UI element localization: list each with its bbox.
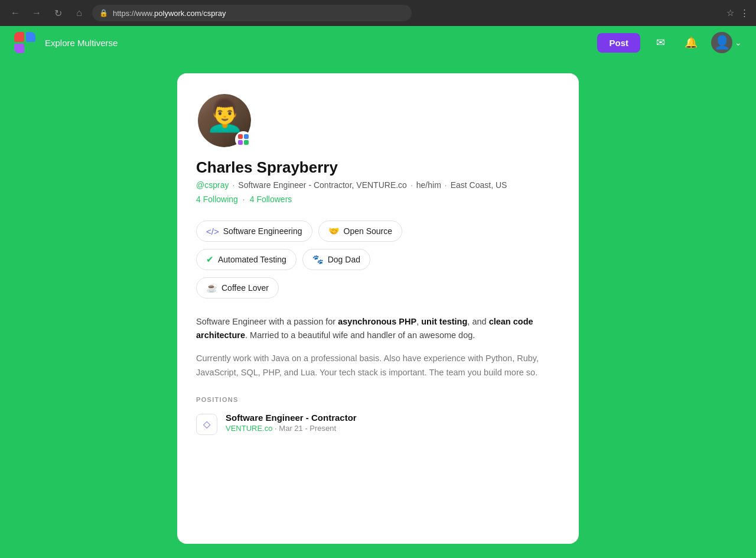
post-button[interactable]: Post <box>597 33 640 53</box>
tag-automated-testing[interactable]: ✔ Automated Testing <box>196 249 296 270</box>
browser-actions: ☆ ⋮ <box>726 8 749 18</box>
profile-location: East Coast, US <box>451 180 507 190</box>
tag-label-open-source: Open Source <box>344 226 393 236</box>
followers-link[interactable]: 4 Followers <box>250 194 292 204</box>
open-source-icon: 🤝 <box>328 226 340 236</box>
user-avatar: 👤 <box>711 32 732 53</box>
tag-open-source[interactable]: 🤝 Open Source <box>318 220 403 242</box>
menu-icon[interactable]: ⋮ <box>740 8 749 18</box>
profile-title: Software Engineer - Contractor, VENTURE.… <box>238 180 407 190</box>
position-icon: ◇ <box>196 414 217 435</box>
position-item: ◇ Software Engineer - Contractor VENTURE… <box>196 413 560 435</box>
contractor-icon: ◇ <box>203 418 210 430</box>
bell-icon[interactable]: 🔔 <box>680 32 702 53</box>
explore-label: Explore Multiverse <box>45 38 118 48</box>
bio-section: Software Engineer with a passion for asy… <box>196 315 560 379</box>
profile-name: Charles Sprayberry <box>196 158 560 177</box>
dog-icon: 🐾 <box>312 254 324 265</box>
mail-icon[interactable]: ✉ <box>650 32 671 53</box>
profile-pronouns: he/him <box>416 180 441 190</box>
back-button[interactable]: ← <box>7 5 24 21</box>
stats-sep: · <box>243 194 245 204</box>
profile-handle[interactable]: @cspray <box>196 180 229 190</box>
position-company: VENTURE.co <box>226 424 272 433</box>
profile-badge <box>235 131 252 148</box>
badge-cell-1 <box>238 134 243 139</box>
user-menu[interactable]: 👤 ⌄ <box>711 32 742 53</box>
chevron-down-icon: ⌄ <box>735 38 742 47</box>
badge-cell-3 <box>238 140 243 145</box>
reload-button[interactable]: ↻ <box>50 5 66 21</box>
forward-button[interactable]: → <box>28 5 45 21</box>
bio-paragraph-2: Currently work with Java on a profession… <box>196 352 560 379</box>
positions-section: POSITIONS ◇ Software Engineer - Contract… <box>196 396 560 435</box>
logo-cell-red <box>14 32 24 42</box>
separator-2: · <box>410 180 413 190</box>
profile-card: Charles Sprayberry @cspray · Software En… <box>177 73 579 544</box>
url-display: https://www.polywork.com/cspray <box>113 9 226 18</box>
browser-chrome: ← → ↻ ⌂ 🔒 https://www.polywork.com/cspra… <box>0 0 756 26</box>
tags-row-3: ☕ Coffee Lover <box>196 277 560 299</box>
address-bar[interactable]: 🔒 https://www.polywork.com/cspray <box>92 5 412 21</box>
logo-cell-purple <box>14 44 24 54</box>
following-link[interactable]: 4 Following <box>196 194 238 204</box>
tag-label-dog-dad: Dog Dad <box>328 255 360 264</box>
position-sub: VENTURE.co · Mar 21 - Present <box>226 424 357 433</box>
logo-cell-green <box>26 44 36 54</box>
tags-row-1: </> Software Engineering 🤝 Open Source <box>196 220 560 242</box>
code-icon: </> <box>206 226 219 236</box>
tag-software-engineering[interactable]: </> Software Engineering <box>196 220 312 242</box>
bio-paragraph-1: Software Engineer with a passion for asy… <box>196 315 560 342</box>
positions-label: POSITIONS <box>196 396 560 403</box>
position-period: Mar 21 - Present <box>279 424 336 433</box>
separator-3: · <box>445 180 447 190</box>
tag-label-automated-testing: Automated Testing <box>218 255 286 264</box>
app-header: Explore Multiverse Post ✉ 🔔 👤 ⌄ <box>0 26 756 59</box>
security-icon: 🔒 <box>99 9 108 17</box>
badge-cell-4 <box>244 140 249 145</box>
avatar-wrapper <box>196 92 253 149</box>
app-logo[interactable] <box>14 32 35 53</box>
check-icon: ✔ <box>206 254 214 265</box>
separator-1: · <box>232 180 234 190</box>
home-button[interactable]: ⌂ <box>71 5 87 21</box>
profile-header: Charles Sprayberry @cspray · Software En… <box>196 92 560 204</box>
coffee-icon: ☕ <box>206 283 217 293</box>
main-background: Charles Sprayberry @cspray · Software En… <box>0 59 756 558</box>
tags-section: </> Software Engineering 🤝 Open Source ✔… <box>196 220 560 299</box>
tags-row-2: ✔ Automated Testing 🐾 Dog Dad <box>196 249 560 270</box>
profile-stats: 4 Following · 4 Followers <box>196 194 560 204</box>
logo-cell-blue <box>26 32 36 42</box>
tag-label-coffee-lover: Coffee Lover <box>221 283 269 293</box>
bookmark-icon[interactable]: ☆ <box>726 8 734 18</box>
position-details: Software Engineer - Contractor VENTURE.c… <box>226 413 357 433</box>
position-title: Software Engineer - Contractor <box>226 413 357 423</box>
tag-label-software-engineering: Software Engineering <box>223 226 302 236</box>
badge-cell-2 <box>244 134 249 139</box>
tag-coffee-lover[interactable]: ☕ Coffee Lover <box>196 277 279 299</box>
tag-dog-dad[interactable]: 🐾 Dog Dad <box>302 249 370 270</box>
profile-meta: @cspray · Software Engineer - Contractor… <box>196 180 560 190</box>
